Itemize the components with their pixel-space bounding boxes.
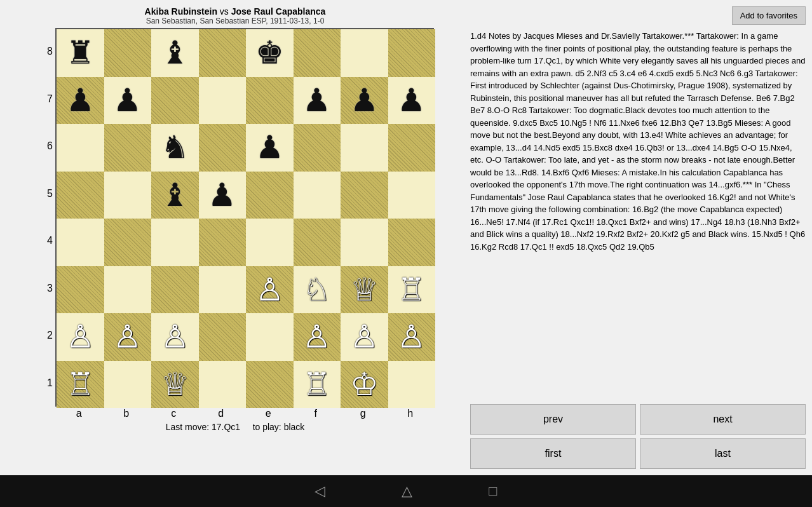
right-panel: Add to favorites 1.d4 Notes by Jacques M… xyxy=(470,6,806,469)
square[interactable] xyxy=(388,361,436,409)
square[interactable]: ♙ xyxy=(104,313,152,361)
game-notation: 1.d4 Notes by Jacques Mieses and Dr.Savi… xyxy=(470,30,806,399)
chess-piece: ♞ xyxy=(161,132,189,163)
square[interactable] xyxy=(388,172,436,219)
square[interactable]: ♙ xyxy=(294,313,341,361)
square[interactable]: ♟ xyxy=(388,77,436,125)
chess-piece: ♟ xyxy=(302,84,331,116)
square[interactable] xyxy=(341,172,388,219)
square[interactable] xyxy=(341,219,388,266)
recents-button[interactable]: □ xyxy=(489,483,497,499)
square[interactable] xyxy=(199,313,247,361)
last-button[interactable]: last xyxy=(640,438,806,469)
board-container: 87654321 ♜♝♚♟♟♟♟♟♞♟♝♟♙♘♕♖♙♙♙♙♙♙♖♕♖♔ xyxy=(36,28,434,407)
rank-label: 5 xyxy=(36,188,53,199)
rank-label: 8 xyxy=(36,46,53,57)
square[interactable] xyxy=(199,124,247,172)
file-label: b xyxy=(103,408,151,419)
square[interactable]: ♙ xyxy=(246,266,294,314)
square[interactable]: ♕ xyxy=(341,266,388,314)
square[interactable] xyxy=(104,29,152,77)
square[interactable]: ♘ xyxy=(294,266,341,314)
add-to-favorites-button[interactable]: Add to favorites xyxy=(732,6,806,25)
square[interactable] xyxy=(246,313,294,361)
square[interactable] xyxy=(294,29,341,77)
file-label: a xyxy=(55,408,103,419)
square[interactable] xyxy=(199,361,247,409)
chess-piece: ♘ xyxy=(302,274,331,306)
back-button[interactable]: ◁ xyxy=(315,483,325,499)
square[interactable]: ♕ xyxy=(151,361,199,409)
square[interactable]: ♚ xyxy=(246,29,294,77)
square[interactable]: ♙ xyxy=(341,313,388,361)
file-label: e xyxy=(245,408,292,419)
square[interactable]: ♙ xyxy=(388,313,436,361)
square[interactable] xyxy=(246,361,294,409)
chess-piece: ♙ xyxy=(66,321,95,353)
square[interactable]: ♟ xyxy=(341,77,388,125)
square[interactable] xyxy=(104,361,152,409)
chess-piece: ♖ xyxy=(397,274,426,306)
square[interactable] xyxy=(388,219,436,266)
square[interactable] xyxy=(104,266,152,314)
square[interactable] xyxy=(246,172,294,219)
square[interactable] xyxy=(57,172,104,219)
chess-piece: ♝ xyxy=(161,179,189,211)
event-info: San Sebastian, San Sebastian ESP, 1911-0… xyxy=(145,17,326,25)
square[interactable]: ♙ xyxy=(151,313,199,361)
square[interactable] xyxy=(199,266,247,314)
square[interactable] xyxy=(294,219,341,266)
square[interactable]: ♖ xyxy=(388,266,436,314)
square[interactable] xyxy=(104,172,152,219)
square[interactable]: ♙ xyxy=(57,313,104,361)
square[interactable] xyxy=(294,124,341,172)
next-button[interactable]: next xyxy=(640,404,806,435)
home-button[interactable]: △ xyxy=(402,483,412,499)
square[interactable]: ♝ xyxy=(151,172,199,219)
square[interactable]: ♟ xyxy=(57,77,104,125)
chess-piece: ♙ xyxy=(161,321,189,353)
game-title: Akiba Rubinstein vs Jose Raul Capablanca… xyxy=(145,6,326,25)
square[interactable] xyxy=(341,29,388,77)
square[interactable] xyxy=(57,266,104,314)
square[interactable]: ♞ xyxy=(151,124,199,172)
square[interactable]: ♟ xyxy=(199,172,247,219)
last-move-info: Last move: 17.Qc1 to play: black xyxy=(166,422,305,432)
chess-board[interactable]: ♜♝♚♟♟♟♟♟♞♟♝♟♙♘♕♖♙♙♙♙♙♙♖♕♖♔ xyxy=(55,28,434,407)
square[interactable] xyxy=(388,29,436,77)
chess-panel: Akiba Rubinstein vs Jose Raul Capablanca… xyxy=(6,6,464,469)
chess-piece: ♟ xyxy=(208,179,236,211)
square[interactable] xyxy=(57,124,104,172)
chess-piece: ♟ xyxy=(397,84,426,116)
square[interactable]: ♟ xyxy=(246,124,294,172)
square[interactable] xyxy=(151,219,199,266)
square[interactable] xyxy=(151,266,199,314)
square[interactable]: ♖ xyxy=(57,361,104,409)
square[interactable] xyxy=(104,219,152,266)
first-button[interactable]: first xyxy=(470,438,636,469)
rank-label: 1 xyxy=(36,377,53,389)
square[interactable] xyxy=(199,77,247,125)
square[interactable] xyxy=(246,77,294,125)
square[interactable]: ♜ xyxy=(57,29,104,77)
square[interactable] xyxy=(388,124,436,172)
square[interactable]: ♟ xyxy=(294,77,341,125)
square[interactable] xyxy=(57,219,104,266)
chess-piece: ♙ xyxy=(350,321,379,353)
square[interactable] xyxy=(294,172,341,219)
chess-piece: ♝ xyxy=(161,37,189,69)
chess-piece: ♟ xyxy=(255,132,284,163)
square[interactable] xyxy=(341,124,388,172)
square[interactable] xyxy=(199,219,247,266)
square[interactable] xyxy=(199,29,247,77)
square[interactable] xyxy=(151,77,199,125)
square[interactable] xyxy=(104,124,152,172)
square[interactable]: ♝ xyxy=(151,29,199,77)
file-labels: abcdefgh xyxy=(55,407,434,419)
chess-piece: ♙ xyxy=(113,321,142,353)
square[interactable] xyxy=(246,219,294,266)
square[interactable]: ♔ xyxy=(341,361,388,409)
square[interactable]: ♖ xyxy=(294,361,341,409)
square[interactable]: ♟ xyxy=(104,77,152,125)
prev-button[interactable]: prev xyxy=(470,404,636,435)
